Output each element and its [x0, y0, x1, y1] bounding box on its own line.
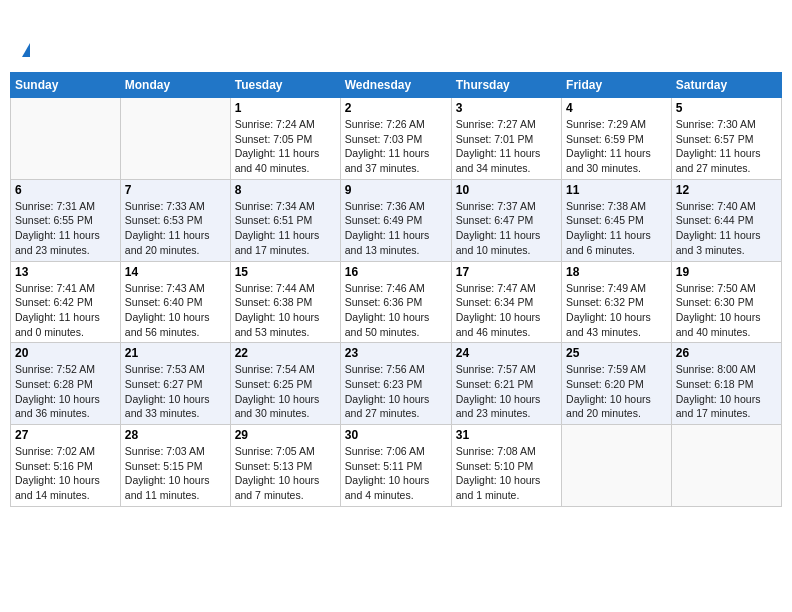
calendar-cell: 5Sunrise: 7:30 AMSunset: 6:57 PMDaylight… — [671, 98, 781, 180]
calendar-cell: 3Sunrise: 7:27 AMSunset: 7:01 PMDaylight… — [451, 98, 561, 180]
day-number: 1 — [235, 101, 336, 115]
day-number: 15 — [235, 265, 336, 279]
calendar-table: SundayMondayTuesdayWednesdayThursdayFrid… — [10, 72, 782, 507]
calendar-cell: 2Sunrise: 7:26 AMSunset: 7:03 PMDaylight… — [340, 98, 451, 180]
calendar-cell: 15Sunrise: 7:44 AMSunset: 6:38 PMDayligh… — [230, 261, 340, 343]
day-number: 25 — [566, 346, 667, 360]
logo — [20, 15, 30, 59]
day-number: 3 — [456, 101, 557, 115]
calendar-cell: 21Sunrise: 7:53 AMSunset: 6:27 PMDayligh… — [120, 343, 230, 425]
day-of-week-header: Tuesday — [230, 73, 340, 98]
day-number: 17 — [456, 265, 557, 279]
day-number: 27 — [15, 428, 116, 442]
day-info: Sunrise: 7:24 AMSunset: 7:05 PMDaylight:… — [235, 117, 336, 176]
day-of-week-header: Sunday — [11, 73, 121, 98]
day-info: Sunrise: 7:36 AMSunset: 6:49 PMDaylight:… — [345, 199, 447, 258]
day-number: 2 — [345, 101, 447, 115]
calendar-cell: 19Sunrise: 7:50 AMSunset: 6:30 PMDayligh… — [671, 261, 781, 343]
calendar-week-row: 20Sunrise: 7:52 AMSunset: 6:28 PMDayligh… — [11, 343, 782, 425]
calendar-cell: 16Sunrise: 7:46 AMSunset: 6:36 PMDayligh… — [340, 261, 451, 343]
day-info: Sunrise: 7:34 AMSunset: 6:51 PMDaylight:… — [235, 199, 336, 258]
day-number: 5 — [676, 101, 777, 115]
day-number: 31 — [456, 428, 557, 442]
day-number: 29 — [235, 428, 336, 442]
calendar-cell: 6Sunrise: 7:31 AMSunset: 6:55 PMDaylight… — [11, 179, 121, 261]
day-number: 9 — [345, 183, 447, 197]
calendar-cell: 17Sunrise: 7:47 AMSunset: 6:34 PMDayligh… — [451, 261, 561, 343]
calendar-week-row: 1Sunrise: 7:24 AMSunset: 7:05 PMDaylight… — [11, 98, 782, 180]
calendar-cell: 9Sunrise: 7:36 AMSunset: 6:49 PMDaylight… — [340, 179, 451, 261]
day-info: Sunrise: 7:47 AMSunset: 6:34 PMDaylight:… — [456, 281, 557, 340]
day-info: Sunrise: 7:53 AMSunset: 6:27 PMDaylight:… — [125, 362, 226, 421]
calendar-cell: 31Sunrise: 7:08 AMSunset: 5:10 PMDayligh… — [451, 425, 561, 507]
calendar-cell — [562, 425, 672, 507]
calendar-cell — [120, 98, 230, 180]
day-number: 7 — [125, 183, 226, 197]
day-number: 10 — [456, 183, 557, 197]
calendar-cell: 29Sunrise: 7:05 AMSunset: 5:13 PMDayligh… — [230, 425, 340, 507]
day-of-week-header: Thursday — [451, 73, 561, 98]
calendar-cell: 23Sunrise: 7:56 AMSunset: 6:23 PMDayligh… — [340, 343, 451, 425]
day-info: Sunrise: 7:27 AMSunset: 7:01 PMDaylight:… — [456, 117, 557, 176]
day-info: Sunrise: 7:49 AMSunset: 6:32 PMDaylight:… — [566, 281, 667, 340]
day-info: Sunrise: 7:08 AMSunset: 5:10 PMDaylight:… — [456, 444, 557, 503]
calendar-cell: 25Sunrise: 7:59 AMSunset: 6:20 PMDayligh… — [562, 343, 672, 425]
day-number: 22 — [235, 346, 336, 360]
day-number: 18 — [566, 265, 667, 279]
day-info: Sunrise: 7:59 AMSunset: 6:20 PMDaylight:… — [566, 362, 667, 421]
calendar-week-row: 13Sunrise: 7:41 AMSunset: 6:42 PMDayligh… — [11, 261, 782, 343]
calendar-cell: 1Sunrise: 7:24 AMSunset: 7:05 PMDaylight… — [230, 98, 340, 180]
day-of-week-header: Friday — [562, 73, 672, 98]
calendar-cell: 26Sunrise: 8:00 AMSunset: 6:18 PMDayligh… — [671, 343, 781, 425]
day-info: Sunrise: 7:44 AMSunset: 6:38 PMDaylight:… — [235, 281, 336, 340]
day-info: Sunrise: 7:46 AMSunset: 6:36 PMDaylight:… — [345, 281, 447, 340]
day-info: Sunrise: 7:33 AMSunset: 6:53 PMDaylight:… — [125, 199, 226, 258]
day-of-week-header: Monday — [120, 73, 230, 98]
day-number: 8 — [235, 183, 336, 197]
calendar-cell: 22Sunrise: 7:54 AMSunset: 6:25 PMDayligh… — [230, 343, 340, 425]
day-info: Sunrise: 7:06 AMSunset: 5:11 PMDaylight:… — [345, 444, 447, 503]
calendar-cell: 30Sunrise: 7:06 AMSunset: 5:11 PMDayligh… — [340, 425, 451, 507]
calendar-cell: 11Sunrise: 7:38 AMSunset: 6:45 PMDayligh… — [562, 179, 672, 261]
day-number: 11 — [566, 183, 667, 197]
day-info: Sunrise: 7:30 AMSunset: 6:57 PMDaylight:… — [676, 117, 777, 176]
calendar-week-row: 27Sunrise: 7:02 AMSunset: 5:16 PMDayligh… — [11, 425, 782, 507]
logo-triangle-icon — [22, 43, 30, 57]
calendar-cell: 24Sunrise: 7:57 AMSunset: 6:21 PMDayligh… — [451, 343, 561, 425]
day-number: 26 — [676, 346, 777, 360]
calendar-cell: 7Sunrise: 7:33 AMSunset: 6:53 PMDaylight… — [120, 179, 230, 261]
day-number: 21 — [125, 346, 226, 360]
day-info: Sunrise: 7:02 AMSunset: 5:16 PMDaylight:… — [15, 444, 116, 503]
day-number: 24 — [456, 346, 557, 360]
day-number: 14 — [125, 265, 226, 279]
calendar-cell: 18Sunrise: 7:49 AMSunset: 6:32 PMDayligh… — [562, 261, 672, 343]
calendar-cell: 10Sunrise: 7:37 AMSunset: 6:47 PMDayligh… — [451, 179, 561, 261]
calendar-cell: 13Sunrise: 7:41 AMSunset: 6:42 PMDayligh… — [11, 261, 121, 343]
day-number: 19 — [676, 265, 777, 279]
day-number: 13 — [15, 265, 116, 279]
day-of-week-header: Saturday — [671, 73, 781, 98]
calendar-cell: 4Sunrise: 7:29 AMSunset: 6:59 PMDaylight… — [562, 98, 672, 180]
day-info: Sunrise: 7:50 AMSunset: 6:30 PMDaylight:… — [676, 281, 777, 340]
day-number: 12 — [676, 183, 777, 197]
day-info: Sunrise: 7:57 AMSunset: 6:21 PMDaylight:… — [456, 362, 557, 421]
day-info: Sunrise: 7:54 AMSunset: 6:25 PMDaylight:… — [235, 362, 336, 421]
day-info: Sunrise: 7:56 AMSunset: 6:23 PMDaylight:… — [345, 362, 447, 421]
day-info: Sunrise: 7:03 AMSunset: 5:15 PMDaylight:… — [125, 444, 226, 503]
calendar-week-row: 6Sunrise: 7:31 AMSunset: 6:55 PMDaylight… — [11, 179, 782, 261]
calendar-cell: 14Sunrise: 7:43 AMSunset: 6:40 PMDayligh… — [120, 261, 230, 343]
day-number: 16 — [345, 265, 447, 279]
calendar-cell — [11, 98, 121, 180]
day-info: Sunrise: 7:26 AMSunset: 7:03 PMDaylight:… — [345, 117, 447, 176]
day-number: 30 — [345, 428, 447, 442]
day-info: Sunrise: 7:37 AMSunset: 6:47 PMDaylight:… — [456, 199, 557, 258]
calendar-cell: 20Sunrise: 7:52 AMSunset: 6:28 PMDayligh… — [11, 343, 121, 425]
day-of-week-header: Wednesday — [340, 73, 451, 98]
day-number: 23 — [345, 346, 447, 360]
day-info: Sunrise: 7:40 AMSunset: 6:44 PMDaylight:… — [676, 199, 777, 258]
day-number: 6 — [15, 183, 116, 197]
calendar-header-row: SundayMondayTuesdayWednesdayThursdayFrid… — [11, 73, 782, 98]
day-info: Sunrise: 7:05 AMSunset: 5:13 PMDaylight:… — [235, 444, 336, 503]
day-info: Sunrise: 7:43 AMSunset: 6:40 PMDaylight:… — [125, 281, 226, 340]
day-number: 20 — [15, 346, 116, 360]
